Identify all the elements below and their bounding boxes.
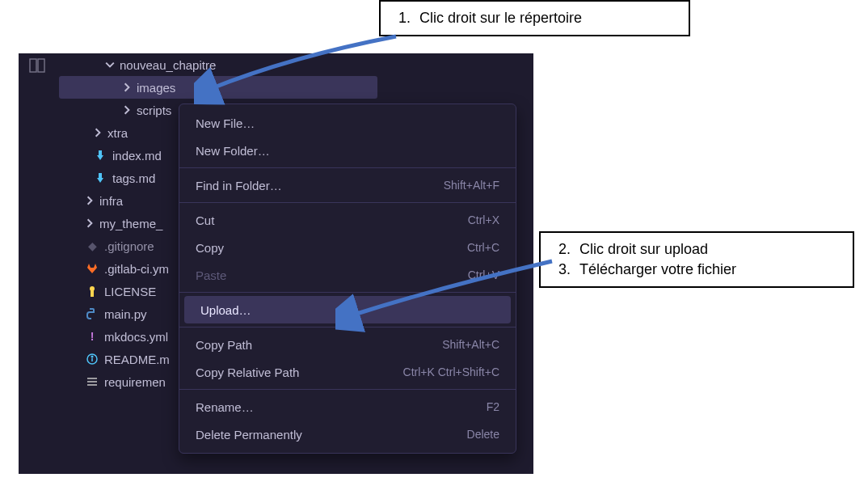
menu-label: New File… — [196, 116, 255, 130]
license-icon — [83, 285, 101, 297]
menu-label: Delete Permanently — [196, 428, 302, 442]
menu-label: Copy Relative Path — [196, 366, 299, 379]
editor-panel: nouveau_chapitre images scripts xtra ind — [19, 53, 533, 474]
info-icon — [83, 353, 101, 365]
menu-label: Rename… — [196, 400, 254, 414]
annotation-box-2: Clic droit sur upload Télécharger votre … — [539, 231, 854, 288]
menu-shortcut: Ctrl+X — [468, 213, 499, 226]
annotation-box-1: Clic droit sur le répertoire — [379, 0, 690, 36]
chevron-right-icon — [120, 81, 133, 94]
folder-label: nouveau_chapitre — [120, 58, 525, 72]
annotation-step-1: Clic droit sur le répertoire — [415, 8, 671, 28]
folder-label: images — [137, 81, 369, 95]
tree-folder-nouveau-chapitre[interactable]: nouveau_chapitre — [59, 53, 533, 76]
menu-label: New Folder… — [196, 144, 270, 158]
menu-shortcut: Ctrl+K Ctrl+Shift+C — [403, 366, 499, 378]
menu-item-paste: Paste Ctrl+V — [179, 261, 516, 289]
menu-separator — [179, 327, 516, 328]
python-icon — [83, 308, 101, 319]
menu-separator — [179, 389, 516, 390]
menu-separator — [179, 167, 516, 168]
chevron-right-icon — [91, 126, 104, 139]
tree-folder-images[interactable]: images — [59, 76, 377, 99]
list-icon — [83, 377, 101, 387]
annotation-step-2: Clic droit sur upload — [575, 239, 835, 260]
split-editor-icon[interactable] — [19, 53, 56, 78]
yaml-icon: ! — [83, 330, 101, 343]
menu-item-copy[interactable]: Copy Ctrl+C — [179, 234, 516, 261]
menu-shortcut: Ctrl+C — [467, 241, 499, 254]
menu-item-delete[interactable]: Delete Permanently Delete — [179, 420, 516, 448]
menu-item-upload[interactable]: Upload… — [184, 296, 511, 323]
menu-label: Find in Folder… — [196, 179, 282, 192]
menu-item-cut[interactable]: Cut Ctrl+X — [179, 206, 516, 234]
menu-label: Copy — [196, 241, 224, 255]
menu-shortcut: F2 — [487, 400, 499, 413]
menu-label: Copy Path — [196, 338, 252, 352]
activity-bar — [19, 53, 56, 474]
gitlab-icon — [83, 263, 101, 274]
markdown-icon — [91, 150, 109, 161]
menu-shortcut: Delete — [467, 428, 499, 441]
menu-item-rename[interactable]: Rename… F2 — [179, 393, 516, 420]
menu-shortcut: Shift+Alt+F — [444, 179, 499, 192]
chevron-right-icon — [83, 217, 96, 230]
menu-label: Cut — [196, 213, 214, 227]
menu-shortcut: Shift+Alt+C — [442, 338, 499, 351]
chevron-down-icon — [103, 58, 116, 71]
git-icon: ◆ — [83, 239, 101, 252]
menu-item-find-in-folder[interactable]: Find in Folder… Shift+Alt+F — [179, 171, 516, 199]
svg-rect-0 — [30, 59, 36, 72]
menu-separator — [179, 202, 516, 203]
menu-item-new-folder[interactable]: New Folder… — [179, 137, 516, 164]
chevron-right-icon — [83, 194, 96, 207]
menu-shortcut: Ctrl+V — [468, 268, 499, 281]
chevron-right-icon — [120, 104, 133, 116]
svg-rect-1 — [38, 59, 44, 72]
svg-rect-3 — [91, 290, 94, 297]
markdown-icon — [91, 172, 109, 184]
menu-item-copy-relative-path[interactable]: Copy Relative Path Ctrl+K Ctrl+Shift+C — [179, 358, 516, 386]
svg-point-6 — [91, 356, 93, 357]
menu-label: Upload… — [200, 303, 251, 317]
menu-item-copy-path[interactable]: Copy Path Shift+Alt+C — [179, 331, 516, 358]
annotation-step-3: Télécharger votre fichier — [575, 260, 835, 280]
menu-item-new-file[interactable]: New File… — [179, 109, 516, 137]
menu-label: Paste — [196, 268, 226, 282]
menu-separator — [179, 292, 516, 293]
context-menu: New File… New Folder… Find in Folder… Sh… — [179, 104, 516, 454]
